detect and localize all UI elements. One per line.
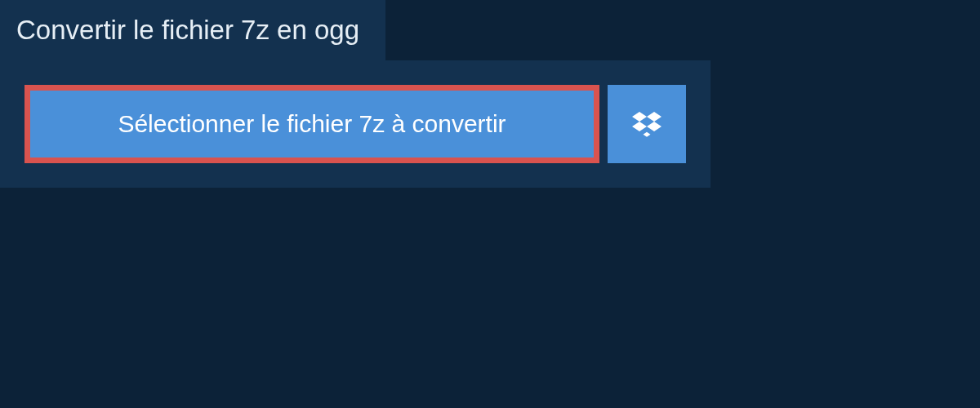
dropbox-icon xyxy=(632,109,662,139)
select-file-label: Sélectionner le fichier 7z à convertir xyxy=(118,110,506,138)
dropbox-button[interactable] xyxy=(608,85,686,163)
main-panel: Sélectionner le fichier 7z à convertir xyxy=(0,60,710,188)
button-row: Sélectionner le fichier 7z à convertir xyxy=(24,85,686,163)
page-title: Convertir le fichier 7z en ogg xyxy=(16,15,359,46)
header-bar: Convertir le fichier 7z en ogg xyxy=(0,0,385,60)
select-file-button[interactable]: Sélectionner le fichier 7z à convertir xyxy=(24,85,599,163)
